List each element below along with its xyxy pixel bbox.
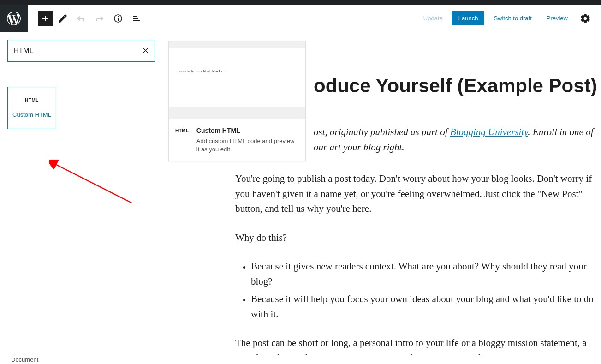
info-icon [113,13,124,24]
custom-html-block-item[interactable]: HTML Custom HTML [7,87,56,129]
undo-icon [76,13,87,24]
block-search-input[interactable] [13,47,142,55]
browser-chrome-top [0,0,601,5]
preview-description: HTML Custom HTML Add custom HTML code an… [169,119,305,161]
gear-icon [580,13,591,24]
preview-desc-text: Add custom HTML code and preview it as y… [196,137,299,154]
preview-body: : wonderful world of blocks… [169,48,305,107]
launch-button[interactable]: Launch [452,11,485,25]
post-paragraph[interactable]: You're going to publish a post today. Do… [235,171,601,216]
add-block-button[interactable] [38,11,53,26]
post-paragraph[interactable]: Why do this? [235,230,601,245]
preview-footer-bar [169,107,305,119]
annotation-arrow [49,157,141,214]
info-button[interactable] [110,10,126,27]
preview-title: Custom HTML [196,127,299,134]
update-button[interactable]: Update [418,12,448,24]
editor-toolbar: Update Launch Switch to draft Preview [0,5,601,32]
wordpress-icon [7,12,21,25]
main-area: ✕ HTML Custom HTML : wonderful world of … [0,32,601,355]
intro-text: ost, originally published as part of [314,126,450,137]
undo-button[interactable] [73,10,89,27]
pencil-icon [57,13,68,24]
editor-canvas[interactable]: : wonderful world of blocks… HTML Custom… [161,32,601,355]
toolbar-right: Update Launch Switch to draft Preview [418,10,601,27]
plus-icon [40,13,51,24]
list-item[interactable]: Because it gives new readers context. Wh… [251,259,601,289]
block-preview-popover: : wonderful world of blocks… HTML Custom… [168,41,306,161]
block-inserter-panel: ✕ HTML Custom HTML [0,32,161,355]
settings-button[interactable] [577,10,594,27]
post-title[interactable]: oduce Yourself (Example Post) [314,75,601,97]
preview-header-bar [169,41,305,48]
list-icon [131,13,142,24]
post-intro[interactable]: ost, originally published as part of Blo… [314,125,601,155]
post-paragraph[interactable]: The post can be short or long, a persona… [235,335,601,355]
list-item[interactable]: Because it will help you focus your own … [251,292,601,322]
blogging-university-link[interactable]: Blogging University [450,126,528,137]
clear-search-icon[interactable]: ✕ [142,46,149,56]
preview-button[interactable]: Preview [541,12,573,24]
block-item-label: Custom HTML [12,111,51,118]
post-list[interactable]: Because it gives new readers context. Wh… [251,259,601,322]
html-icon: HTML [175,128,189,133]
toolbar-left [0,5,145,32]
edit-tool-button[interactable] [54,10,71,27]
block-search-box[interactable]: ✕ [7,40,155,62]
redo-icon [94,13,105,24]
outline-button[interactable] [128,10,145,27]
html-icon: HTML [25,98,39,103]
redo-button[interactable] [91,10,108,27]
wordpress-logo-button[interactable] [0,5,28,32]
switch-draft-button[interactable]: Switch to draft [488,12,537,24]
svg-line-0 [54,164,132,203]
